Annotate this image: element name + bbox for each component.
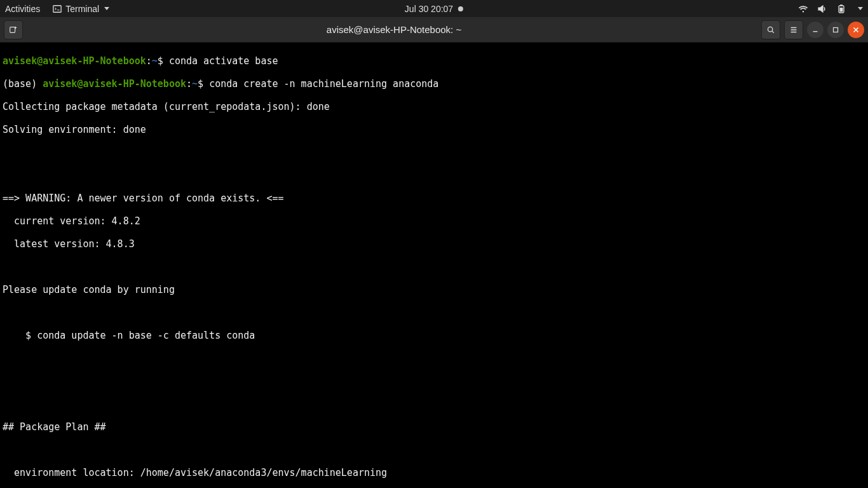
volume-icon — [817, 4, 827, 14]
activities-button[interactable]: Activities — [5, 4, 40, 14]
gnome-topbar: Activities Terminal Jul 30 20:07 — [0, 0, 868, 17]
window-titlebar: avisek@avisek-HP-Notebook: ~ — [0, 17, 868, 43]
battery-icon — [836, 4, 848, 14]
prompt-sep: : — [146, 55, 152, 67]
close-icon — [851, 25, 860, 34]
new-tab-icon — [9, 25, 18, 34]
prompt-sigil: $ — [158, 55, 163, 67]
terminal-line — [3, 353, 865, 364]
svg-rect-0 — [53, 5, 61, 12]
terminal-line: ==> WARNING: A newer version of conda ex… — [3, 193, 865, 204]
terminal-line — [3, 444, 865, 456]
maximize-icon — [831, 25, 840, 34]
search-button[interactable] — [761, 20, 780, 39]
env-prefix: (base) — [3, 78, 43, 90]
system-status-area[interactable] — [798, 4, 863, 14]
appmenu-terminal[interactable]: Terminal — [48, 3, 114, 15]
clock[interactable]: Jul 30 20:07 — [405, 4, 463, 14]
terminal-line — [3, 307, 865, 318]
svg-rect-6 — [834, 27, 838, 32]
prompt-sigil: $ — [198, 78, 203, 90]
terminal-line: ## Package Plan ## — [3, 421, 865, 433]
terminal-line: current version: 4.8.2 — [3, 215, 865, 227]
terminal-line — [3, 376, 865, 387]
prompt-path: ~ — [152, 55, 158, 67]
terminal-line: environment location: /home/avisek/anaco… — [3, 467, 865, 478]
chevron-down-icon — [858, 7, 863, 10]
new-tab-button[interactable] — [4, 20, 23, 39]
minimize-icon — [811, 25, 820, 34]
window-title: avisek@avisek-HP-Notebook: ~ — [27, 24, 761, 35]
terminal-icon — [53, 4, 62, 13]
prompt-userhost: avisek@avisek-HP-Notebook — [43, 78, 186, 90]
command-text: conda create -n machineLearning anaconda — [209, 78, 438, 90]
terminal-line — [3, 398, 865, 410]
close-button[interactable] — [848, 22, 864, 38]
svg-point-5 — [768, 27, 772, 31]
hamburger-icon — [789, 25, 798, 34]
terminal-line: latest version: 4.8.3 — [3, 238, 865, 250]
appmenu-label: Terminal — [65, 4, 99, 14]
terminal-line: avisek@avisek-HP-Notebook:~$ conda activ… — [3, 55, 865, 67]
terminal-line: (base) avisek@avisek-HP-Notebook:~$ cond… — [3, 78, 865, 90]
prompt-userhost: avisek@avisek-HP-Notebook — [3, 55, 146, 67]
minimize-button[interactable] — [807, 22, 824, 38]
prompt-path: ~ — [192, 78, 198, 90]
terminal-line: $ conda update -n base -c defaults conda — [3, 330, 865, 341]
terminal-viewport[interactable]: avisek@avisek-HP-Notebook:~$ conda activ… — [0, 43, 868, 488]
terminal-line — [3, 170, 865, 181]
terminal-line: Solving environment: done — [3, 124, 865, 135]
hamburger-menu-button[interactable] — [784, 20, 803, 39]
prompt-sep: : — [186, 78, 192, 90]
terminal-line — [3, 147, 865, 158]
clock-label: Jul 30 20:07 — [405, 4, 453, 14]
chevron-down-icon — [104, 7, 109, 10]
command-text: conda activate base — [169, 55, 278, 67]
terminal-line: Please update conda by running — [3, 284, 865, 295]
wifi-icon — [798, 4, 808, 14]
search-icon — [766, 25, 775, 34]
notification-dot-icon — [458, 6, 463, 11]
terminal-line — [3, 261, 865, 273]
svg-rect-4 — [10, 27, 15, 32]
svg-rect-2 — [840, 4, 843, 6]
svg-rect-3 — [840, 8, 843, 12]
maximize-button[interactable] — [827, 22, 844, 38]
terminal-line: Collecting package metadata (current_rep… — [3, 101, 865, 112]
